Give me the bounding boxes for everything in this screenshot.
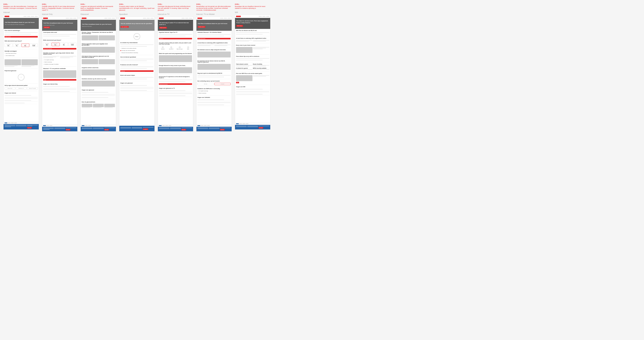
- content-line: [60, 56, 76, 56]
- image-block: [93, 104, 104, 107]
- cta-btn[interactable]: Bekijk abonnementen: [159, 83, 192, 85]
- sim-label: Sim only: [198, 83, 213, 84]
- content-line: [253, 75, 270, 76]
- section-title: Prijsvriend glasvezel: [4, 70, 38, 71]
- faq-item: [4, 95, 38, 97]
- footer-banner-1: Bestellen: [4, 124, 39, 130]
- price-box: Unlimited €150: [30, 43, 38, 47]
- hero-btn-2[interactable]: Plan kiezen: [44, 26, 50, 28]
- banner-col: [198, 128, 208, 131]
- section-title: WiFi Plus de eifenste van DELTA met: [236, 30, 269, 31]
- checkbox: [4, 53, 6, 54]
- content-line: [43, 34, 76, 35]
- banner-line: [43, 128, 54, 129]
- content-line: [253, 41, 266, 41]
- faq-line: [4, 100, 31, 101]
- divider: [120, 73, 154, 73]
- goal-glasvezel: Doel: Aangeven wat glasvezel werkelijk a…: [80, 3, 116, 11]
- radio-text: Overstap naar internetsnelheden: [122, 50, 135, 51]
- price-box: 100 Mbps 25,-: [43, 43, 51, 46]
- banner-cta[interactable]: Bestellen: [220, 129, 225, 131]
- section-title: Every room in your home covered: [236, 45, 269, 46]
- speedtest-footer-col: [120, 127, 131, 130]
- banner-cta[interactable]: Bestellen: [182, 129, 186, 131]
- banner-line: [27, 125, 38, 125]
- radio-item: Verbeteren via de snelste methoden: [120, 48, 154, 49]
- pagination-dot: [43, 125, 46, 126]
- icon-item: Extra DELTA: [167, 46, 175, 49]
- feature-title: A network for guests: [236, 68, 252, 69]
- faq-item: [43, 88, 76, 90]
- icon-row: Stap meer Extra DELTA Bijden aanvragen K…: [159, 46, 192, 49]
- banner-col: Bestellen: [220, 128, 231, 131]
- content-line: [82, 108, 90, 108]
- sim-box-highlighted: of toestel: [214, 83, 231, 85]
- faq-item: [82, 92, 115, 93]
- pagination-1: [4, 122, 39, 124]
- divider: [198, 48, 231, 48]
- pagination-dot: [162, 125, 165, 126]
- goal-text-5: Overtuigen dat glasvezel de beste verbin…: [158, 5, 193, 11]
- radio-item: Glasvezel internetsnelheid of uitbreidin…: [120, 52, 154, 53]
- banner-cta[interactable]: Bestellen: [258, 127, 264, 129]
- mockup-header-4: [119, 17, 154, 20]
- banner-line: [220, 128, 231, 128]
- banner-cta[interactable]: Bestellen: [27, 127, 32, 129]
- content-line: [236, 66, 249, 66]
- pagination-dot: [4, 123, 7, 123]
- hero-btn-5[interactable]: Bekijk aanbod: [159, 27, 167, 28]
- col-title-2: Internet Only: [42, 13, 78, 15]
- mockup-header-1: [4, 15, 39, 18]
- hero-btn-6[interactable]: Bekijk aanbod: [198, 26, 206, 28]
- faq-line: [236, 91, 269, 92]
- image-block: [22, 59, 38, 65]
- section-title: Ook daarom kies je superieur glasvezel v…: [82, 56, 115, 58]
- content-6: Unlimited Glasvezel + 5G Unlimited Mobie…: [196, 31, 232, 124]
- check-col: [82, 104, 92, 108]
- price-value: €150: [30, 45, 37, 46]
- cta-btn[interactable]: Bekijk: [43, 79, 76, 81]
- banner-line: [16, 126, 26, 126]
- content-line: [253, 65, 270, 66]
- check-text: In te regelen aanvraag: [199, 90, 208, 91]
- cta-btn[interactable]: Oplossing: [120, 70, 154, 72]
- image-block: [82, 47, 115, 53]
- hero-btn-4[interactable]: Start speedtest: [121, 26, 128, 28]
- cta-btn[interactable]: Bekijk abonnement: [198, 38, 231, 39]
- icon-item: Stap meer: [159, 46, 167, 49]
- banner-col: [4, 125, 15, 129]
- check-col: [93, 104, 104, 108]
- cta-btn[interactable]: Bestel nu: [159, 38, 192, 39]
- cta-btn[interactable]: Bekijk aanbod: [4, 36, 38, 37]
- pagination-dot: [246, 123, 248, 124]
- faq-item: [43, 86, 76, 88]
- banner-cta[interactable]: Bestellen: [66, 129, 70, 131]
- two-col: [4, 59, 38, 67]
- content-line: [253, 76, 266, 77]
- pagination-dot: [8, 123, 10, 123]
- content-line: [253, 40, 270, 40]
- cta-btn[interactable]: Kies: [236, 82, 239, 83]
- opt-label: Internet TV wereld: [28, 88, 37, 89]
- cta-btn[interactable]: Internet Only afsluiten: [43, 48, 76, 49]
- logo-4: [120, 17, 125, 19]
- goal-label-1: Doel:: [4, 3, 39, 5]
- faq-line: [198, 102, 231, 103]
- content-line: [104, 108, 113, 108]
- banner-cta[interactable]: Nu DELTA: [143, 128, 148, 130]
- content-line: [253, 69, 270, 70]
- hero-btn-7[interactable]: Meer weten: [236, 25, 243, 27]
- pagination-dot: [159, 125, 162, 126]
- check-item: Geen dag zonder internet: [4, 53, 38, 54]
- content-line: [22, 66, 31, 67]
- banner-col: [209, 128, 219, 131]
- faq-line: [82, 92, 108, 93]
- banner-line: [247, 126, 258, 126]
- banner-line: [198, 128, 208, 128]
- hero-title-7: The latest in wireless tech. First class…: [236, 20, 269, 24]
- faq-item: [198, 99, 231, 101]
- banner-cta[interactable]: Bestellen: [104, 129, 109, 131]
- hero-sub-3: Maecenas Felis disce: [82, 26, 114, 27]
- two-col: [43, 56, 76, 58]
- image-block: [104, 104, 115, 107]
